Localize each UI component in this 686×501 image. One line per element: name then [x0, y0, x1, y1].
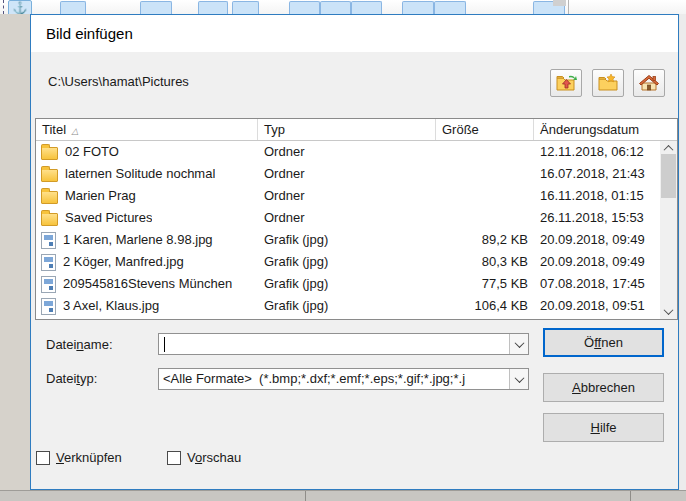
file-title: laternen Solitude nochmal: [65, 163, 215, 185]
folder-icon: [41, 169, 58, 182]
label-text: ame:: [84, 337, 113, 352]
file-date: 20.09.2018, 09:49: [534, 251, 677, 273]
screen: ⚓ Bild einfügen C:\Users\hamat\Pictures: [0, 0, 686, 501]
file-title: Marien Prag: [65, 185, 136, 207]
file-title: 1 Karen, Marlene 8.98.jpg: [63, 229, 213, 251]
file-list-body: 02 FOTOOrdner12.11.2018, 06:12laternen S…: [36, 141, 677, 317]
label-text: erknüpfen: [64, 450, 122, 465]
file-size: 77,5 KB: [436, 273, 534, 295]
mnemonic-underline: A: [572, 380, 581, 395]
file-type: Grafik (jpg): [258, 273, 436, 295]
image-file-icon: [41, 276, 56, 293]
help-button[interactable]: Hilfe: [543, 413, 664, 442]
list-item[interactable]: 02 FOTOOrdner12.11.2018, 06:12: [36, 141, 677, 163]
file-size: [436, 185, 534, 207]
background-toolbar-button: [198, 1, 228, 14]
file-title-cell[interactable]: 209545816Stevens München: [36, 273, 258, 295]
filename-input[interactable]: [158, 333, 529, 355]
column-header-type[interactable]: Typ: [258, 119, 436, 140]
label-text: ilfe: [600, 420, 617, 435]
create-new-folder-button[interactable]: [592, 69, 624, 97]
anchor-icon: ⚓: [13, 2, 28, 14]
file-list-header: Titel△ Typ Größe Änderungsdatum: [36, 119, 677, 141]
file-title: 2 Köger, Manfred.jpg: [63, 251, 184, 273]
image-file-icon: [41, 298, 56, 315]
chevron-down-icon: [514, 373, 524, 383]
file-title-cell[interactable]: laternen Solitude nochmal: [36, 163, 258, 185]
link-checkbox[interactable]: Verknüpfen: [36, 449, 122, 466]
file-title-cell[interactable]: 2 Köger, Manfred.jpg: [36, 251, 258, 273]
file-size: 106,4 KB: [436, 295, 534, 317]
background-toolbar-button: [320, 1, 351, 14]
up-one-level-button[interactable]: [550, 69, 582, 97]
preview-checkbox[interactable]: Vorschau: [167, 449, 241, 466]
column-header-size[interactable]: Größe: [436, 119, 534, 140]
label-text: Datei: [46, 337, 76, 352]
filetype-select[interactable]: <Alle Formate> (*.bmp;*.dxf;*.emf;*.eps;…: [158, 368, 529, 390]
dialog-titlebar[interactable]: Bild einfügen: [31, 15, 678, 52]
mnemonic-underline: V: [56, 450, 64, 465]
file-title-cell[interactable]: Marien Prag: [36, 185, 258, 207]
column-header-date-label: Änderungsdatum: [540, 122, 639, 137]
filename-value[interactable]: [159, 334, 509, 354]
cancel-button[interactable]: Abbrechen: [543, 373, 664, 402]
text-caret: [164, 337, 165, 352]
filename-dropdown-button[interactable]: [509, 334, 528, 354]
image-file-icon: [41, 254, 56, 271]
default-directory-button[interactable]: [633, 69, 665, 97]
insert-image-dialog: Bild einfügen C:\Users\hamat\Pictures: [30, 14, 679, 490]
list-item[interactable]: Marien PragOrdner16.11.2018, 01:15: [36, 185, 677, 207]
checkbox-icon[interactable]: [36, 451, 50, 465]
file-size: 80,3 KB: [436, 251, 534, 273]
file-list: Titel△ Typ Größe Änderungsdatum 02 FOTOO…: [35, 118, 678, 320]
file-type: Grafik (jpg): [258, 251, 436, 273]
list-item[interactable]: 1 Karen, Marlene 8.98.jpgGrafik (jpg)89,…: [36, 229, 677, 251]
file-title: Saved Pictures: [65, 207, 152, 229]
file-title-cell[interactable]: 02 FOTO: [36, 141, 258, 163]
background-toolbar-button: [289, 1, 320, 14]
chevron-down-icon: [514, 338, 524, 348]
file-date: 20.09.2018, 09:51: [534, 295, 677, 317]
file-title-cell[interactable]: Saved Pictures: [36, 207, 258, 229]
file-date: 12.11.2018, 06:12: [534, 141, 677, 163]
file-type: Grafik (jpg): [258, 295, 436, 317]
list-item[interactable]: 2 Köger, Manfred.jpgGrafik (jpg)80,3 KB2…: [36, 251, 677, 273]
filetype-value[interactable]: <Alle Formate> (*.bmp;*.dxf;*.emf;*.eps;…: [159, 369, 509, 389]
file-date: 16.07.2018, 21:43: [534, 163, 677, 185]
label-text: V: [187, 450, 195, 465]
file-size: [436, 163, 534, 185]
mnemonic-underline: n: [76, 337, 83, 352]
filetype-dropdown-button[interactable]: [509, 369, 528, 389]
scrollbar-down-button[interactable]: [660, 304, 677, 319]
background-toolbar-button: [402, 1, 434, 14]
sort-ascending-icon: △: [70, 121, 81, 140]
list-item[interactable]: Saved PicturesOrdner26.11.2018, 15:53: [36, 207, 677, 229]
list-item[interactable]: 209545816Stevens MünchenGrafik (jpg)77,5…: [36, 273, 677, 295]
file-title-cell[interactable]: 3 Axel, Klaus.jpg: [36, 295, 258, 317]
filename-label: Dateiname:: [46, 337, 113, 352]
file-title: 3 Axel, Klaus.jpg: [63, 295, 159, 317]
preview-checkbox-label: Vorschau: [187, 450, 241, 466]
background-toolbar-button: [232, 1, 259, 14]
folder-icon: [41, 213, 58, 226]
background-area-right: [680, 14, 686, 490]
column-header-date[interactable]: Änderungsdatum: [534, 119, 677, 140]
folder-up-icon: [555, 73, 577, 93]
list-item[interactable]: 3 Axel, Klaus.jpgGrafik (jpg)106,4 KB20.…: [36, 295, 677, 317]
file-size: 89,2 KB: [436, 229, 534, 251]
background-toolbar: ⚓: [0, 0, 686, 14]
mnemonic-underline: H: [590, 420, 599, 435]
column-header-title[interactable]: Titel△: [36, 119, 258, 140]
label-text: rschau: [202, 450, 241, 465]
file-date: 07.08.2018, 17:45: [534, 273, 677, 295]
scrollbar-thumb[interactable]: [661, 154, 676, 198]
file-title-cell[interactable]: 1 Karen, Marlene 8.98.jpg: [36, 229, 258, 251]
checkbox-icon[interactable]: [167, 451, 181, 465]
image-file-icon: [41, 232, 56, 249]
list-item[interactable]: laternen Solitude nochmalOrdner16.07.201…: [36, 163, 677, 185]
open-button[interactable]: Öffnen: [543, 328, 664, 357]
file-list-scrollbar[interactable]: [660, 141, 677, 319]
home-icon: [638, 73, 660, 93]
label-text: bbrechen: [581, 380, 635, 395]
label-text: Datei: [46, 371, 76, 386]
